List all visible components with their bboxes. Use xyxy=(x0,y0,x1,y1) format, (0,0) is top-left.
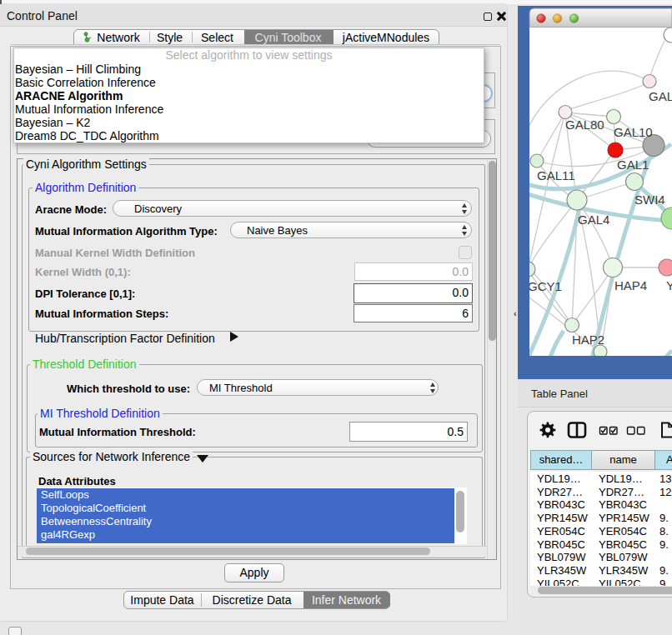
svg-text:GAL80: GAL80 xyxy=(565,118,604,132)
svg-text:GCY1: GCY1 xyxy=(528,279,562,293)
svg-text:Y: Y xyxy=(666,278,672,292)
svg-text:HAP2: HAP2 xyxy=(572,332,604,347)
svg-text:GAL: GAL xyxy=(649,89,672,103)
svg-text:SWI4: SWI4 xyxy=(634,192,665,207)
svg-text:GAL4: GAL4 xyxy=(578,212,609,227)
svg-text:GAL10: GAL10 xyxy=(614,125,653,139)
svg-text:GAL1: GAL1 xyxy=(617,158,649,172)
svg-text:GAL11: GAL11 xyxy=(537,168,575,182)
svg-text:HAP4: HAP4 xyxy=(614,278,647,292)
